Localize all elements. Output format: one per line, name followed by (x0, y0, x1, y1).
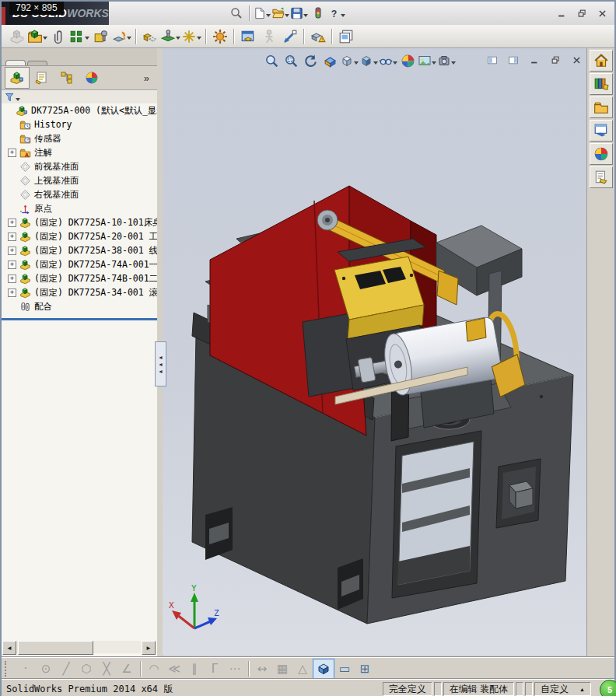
tree-item[interactable]: + 传感器 (2, 131, 157, 145)
tree-item[interactable]: + (固定) DK7725A-34-001 滚筒 (2, 285, 157, 299)
menu-edit[interactable] (132, 10, 148, 16)
line-snap[interactable]: ╱ (56, 659, 76, 678)
single-viewport[interactable]: ▭ (334, 659, 355, 678)
tree-item[interactable]: + (固定) DK7725A-10-101床身 (2, 215, 157, 229)
simulation[interactable] (237, 26, 258, 47)
insert-components[interactable] (27, 26, 48, 47)
tab-assembly[interactable] (5, 60, 26, 65)
tree-item[interactable]: + (固定) DK7725A-38-001 线架 (2, 243, 157, 257)
menu-help[interactable] (210, 10, 226, 16)
center-snap[interactable]: ⊙ (36, 659, 56, 678)
length-snap[interactable]: ↔ (252, 659, 272, 678)
perpendicular-snap[interactable]: Γ (205, 659, 225, 678)
exploded-view[interactable] (209, 26, 230, 47)
configurationmanager-tab[interactable] (54, 67, 79, 89)
four-viewport[interactable]: ⊞ (355, 659, 375, 678)
reference-geometry[interactable] (181, 26, 202, 47)
machine-3d-model[interactable] (163, 48, 590, 656)
file-explorer[interactable] (590, 96, 613, 118)
filter-dropdown-arrow[interactable] (16, 98, 20, 103)
shaded-view-toggle[interactable] (313, 659, 334, 679)
expand-plus-icon[interactable]: + (8, 275, 16, 283)
intersection-snap[interactable]: ╳ (96, 659, 117, 678)
appearances-scenes[interactable] (590, 143, 613, 165)
expand-plus-icon[interactable]: + (8, 261, 16, 269)
pane-right[interactable] (506, 53, 521, 67)
view-palette[interactable] (590, 120, 613, 142)
close[interactable] (594, 6, 610, 20)
panel-collapse-handle[interactable]: ◄◄◄ (155, 341, 166, 386)
smart-fasteners[interactable] (90, 26, 111, 47)
mate[interactable] (48, 26, 69, 47)
polygon-snap[interactable]: ⬡ (76, 659, 96, 678)
interference-detection[interactable]: ! (307, 26, 328, 47)
featuremanager-tab[interactable] (5, 67, 30, 89)
explode-line-sketch[interactable] (279, 26, 300, 47)
scroll-left-arrow[interactable]: ◄ (2, 641, 16, 655)
move-component[interactable] (111, 26, 132, 47)
zoom-to-fit[interactable] (262, 51, 282, 70)
tree-item[interactable]: + (固定) DK7725A-74A-001一型 (2, 257, 157, 271)
expand-plus-icon[interactable]: + (8, 289, 16, 297)
design-library[interactable] (590, 73, 613, 95)
tree-item[interactable]: + 上视基准面 (2, 173, 157, 187)
hide-show-items[interactable] (379, 51, 398, 70)
motion-study[interactable] (258, 26, 279, 47)
apply-scene[interactable] (418, 51, 437, 70)
view-settings[interactable] (437, 51, 457, 70)
scrollbar-thumb[interactable] (18, 641, 93, 655)
zoom-to-area[interactable] (282, 51, 301, 70)
dimxpertmanager-tab[interactable] (79, 67, 104, 89)
parallel-snap[interactable]: ∥ (184, 659, 205, 678)
tree-item[interactable]: + A 注解 (2, 145, 157, 159)
menu-insert[interactable] (163, 10, 179, 16)
propertymanager-tab[interactable] (30, 67, 54, 89)
graphics-viewport[interactable]: X Y Z (163, 48, 590, 656)
toolbar-drag-handle[interactable] (5, 661, 9, 677)
manager-tabs-overflow[interactable]: » (144, 72, 154, 84)
restore[interactable] (574, 6, 590, 20)
custom-status[interactable]: 自定义▲ (534, 682, 591, 696)
search-pin[interactable] (227, 4, 246, 23)
menu-window[interactable] (194, 10, 210, 16)
expand-plus-icon[interactable]: + (8, 149, 16, 157)
tangent-snap[interactable]: ◠ (144, 659, 164, 678)
menu-file[interactable] (117, 10, 132, 16)
edit-appearance[interactable] (398, 51, 418, 70)
addins[interactable] (309, 4, 327, 23)
tree-item[interactable]: + 前视基准面 (2, 159, 157, 173)
minimize[interactable] (554, 6, 569, 20)
tab-sketch[interactable] (27, 61, 47, 65)
tree-item[interactable]: + DK7725A-000 (默认<默认_显示状态 (2, 103, 157, 117)
expand-plus-icon[interactable]: + (8, 247, 16, 255)
view-orientation[interactable] (340, 51, 359, 70)
solidworks-resources[interactable] (590, 50, 613, 72)
expand-plus-icon[interactable]: + (8, 233, 16, 241)
scroll-right-arrow[interactable]: ► (142, 641, 156, 655)
open-document[interactable] (271, 4, 290, 23)
previous-view[interactable] (301, 51, 320, 70)
show-hidden-components[interactable] (139, 26, 160, 47)
custom-properties[interactable] (590, 166, 613, 188)
grid-snap[interactable]: ▦ (272, 659, 292, 678)
help[interactable]: ? (327, 4, 346, 23)
pane-left[interactable] (485, 53, 500, 67)
close[interactable] (569, 53, 584, 67)
assembly-features[interactable] (160, 26, 181, 47)
menu-tools[interactable] (179, 10, 194, 16)
display-style[interactable] (359, 51, 379, 70)
tree-item[interactable]: + 配合 (2, 299, 157, 313)
preview-window[interactable] (335, 26, 356, 47)
tree-item[interactable]: + History (2, 117, 157, 131)
filter-icon[interactable] (5, 92, 16, 103)
nearest-snap[interactable]: ≪ (164, 659, 184, 678)
linear-component-pattern[interactable] (69, 26, 90, 47)
tree-item[interactable]: + 右视基准面 (2, 187, 157, 201)
menu-view[interactable] (148, 10, 163, 16)
tree-item[interactable]: + (固定) DK7725A-20-001 工作 (2, 229, 157, 243)
tree-item[interactable]: + * 原点 (2, 201, 157, 215)
restore[interactable] (548, 53, 563, 67)
point-snap[interactable]: · (16, 659, 36, 678)
new-document[interactable] (253, 4, 271, 23)
panel-splitter-bar[interactable] (2, 318, 157, 320)
